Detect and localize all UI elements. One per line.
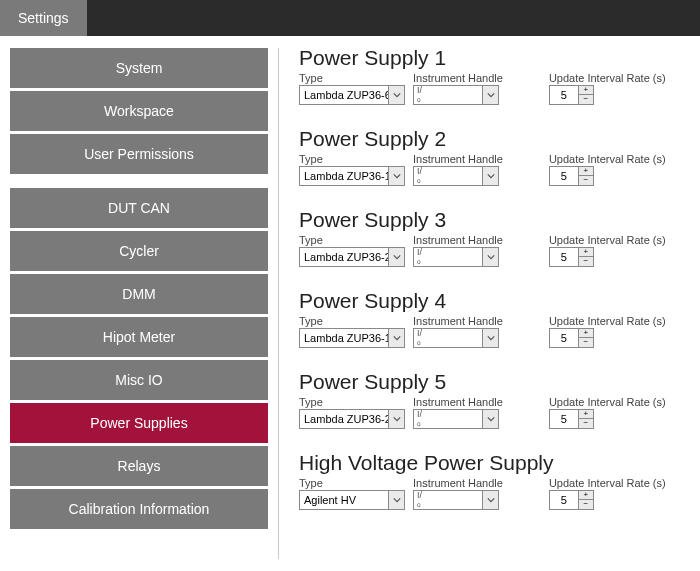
type-field: TypeLambda ZUP36-12 [299,153,405,186]
handle-label: Instrument Handle [413,153,503,165]
sidebar-item-hipot-meter[interactable]: Hipot Meter [10,317,268,357]
type-value: Lambda ZUP36-24 [300,251,388,263]
chevron-down-icon[interactable] [388,86,404,104]
handle-field: Instrument HandleI/₀ [413,396,503,429]
handle-field: Instrument HandleI/₀ [413,234,503,267]
top-bar: Settings [0,0,700,36]
content-area: Power Supply 1TypeLambda ZUP36-6Instrume… [279,36,700,571]
handle-field: Instrument HandleI/₀ [413,72,503,105]
handle-field: Instrument HandleI/₀ [413,315,503,348]
type-dropdown[interactable]: Lambda ZUP36-24 [299,409,405,429]
io-icon: I/₀ [414,491,424,509]
type-dropdown[interactable]: Lambda ZUP36-12 [299,328,405,348]
rate-spinner[interactable]: 5+− [549,409,594,429]
chevron-down-icon[interactable] [482,86,498,104]
chevron-down-icon[interactable] [388,167,404,185]
rate-spinner[interactable]: 5+− [549,328,594,348]
handle-dropdown[interactable]: I/₀ [413,490,499,510]
field-row: TypeLambda ZUP36-12Instrument HandleI/₀U… [299,153,688,186]
rate-value: 5 [550,410,578,428]
handle-dropdown[interactable]: I/₀ [413,409,499,429]
decrement-button[interactable]: − [579,95,593,104]
handle-dropdown[interactable]: I/₀ [413,247,499,267]
chevron-down-icon[interactable] [388,248,404,266]
section-power-supply-1: Power Supply 1TypeLambda ZUP36-6Instrume… [299,46,688,105]
tab-settings-label: Settings [18,10,69,26]
type-dropdown[interactable]: Lambda ZUP36-12 [299,166,405,186]
sidebar-item-label: Power Supplies [90,415,187,431]
handle-dropdown[interactable]: I/₀ [413,166,499,186]
type-dropdown[interactable]: Lambda ZUP36-6 [299,85,405,105]
rate-field: Update Interval Rate (s)5+− [549,153,666,186]
type-value: Lambda ZUP36-24 [300,413,388,425]
chevron-down-icon[interactable] [482,248,498,266]
rate-field: Update Interval Rate (s)5+− [549,234,666,267]
sidebar-item-label: Cycler [119,243,159,259]
type-dropdown[interactable]: Lambda ZUP36-24 [299,247,405,267]
sidebar-item-dut-can[interactable]: DUT CAN [10,188,268,228]
rate-field: Update Interval Rate (s)5+− [549,72,666,105]
rate-value: 5 [550,329,578,347]
sidebar-item-workspace[interactable]: Workspace [10,91,268,131]
chevron-down-icon[interactable] [482,167,498,185]
decrement-button[interactable]: − [579,176,593,185]
rate-spinner[interactable]: 5+− [549,85,594,105]
rate-label: Update Interval Rate (s) [549,234,666,246]
rate-field: Update Interval Rate (s)5+− [549,396,666,429]
decrement-button[interactable]: − [579,338,593,347]
section-power-supply-4: Power Supply 4TypeLambda ZUP36-12Instrum… [299,289,688,348]
section-title: Power Supply 5 [299,370,688,394]
sidebar-item-label: Workspace [104,103,174,119]
decrement-button[interactable]: − [579,500,593,509]
decrement-button[interactable]: − [579,257,593,266]
tab-settings[interactable]: Settings [0,0,87,36]
type-label: Type [299,72,405,84]
rate-spinner[interactable]: 5+− [549,166,594,186]
rate-label: Update Interval Rate (s) [549,315,666,327]
io-icon: I/₀ [414,248,424,266]
sidebar-item-calibration-information[interactable]: Calibration Information [10,489,268,529]
rate-value: 5 [550,86,578,104]
type-value: Agilent HV [300,494,388,506]
sidebar-item-label: Hipot Meter [103,329,175,345]
sidebar-item-dmm[interactable]: DMM [10,274,268,314]
field-row: TypeLambda ZUP36-12Instrument HandleI/₀U… [299,315,688,348]
rate-value: 5 [550,248,578,266]
type-field: TypeLambda ZUP36-24 [299,234,405,267]
io-icon: I/₀ [414,410,424,428]
chevron-down-icon[interactable] [482,491,498,509]
sidebar-item-cycler[interactable]: Cycler [10,231,268,271]
rate-spinner[interactable]: 5+− [549,490,594,510]
sidebar-item-label: User Permissions [84,146,194,162]
sidebar-item-label: DUT CAN [108,200,170,216]
rate-field: Update Interval Rate (s)5+− [549,315,666,348]
sidebar-item-misc-io[interactable]: Misc IO [10,360,268,400]
type-field: TypeAgilent HV [299,477,405,510]
sidebar-item-user-permissions[interactable]: User Permissions [10,134,268,174]
decrement-button[interactable]: − [579,419,593,428]
rate-value: 5 [550,491,578,509]
field-row: TypeLambda ZUP36-24Instrument HandleI/₀U… [299,396,688,429]
rate-spinner[interactable]: 5+− [549,247,594,267]
chevron-down-icon[interactable] [482,410,498,428]
io-icon: I/₀ [414,167,424,185]
handle-label: Instrument Handle [413,477,503,489]
sidebar-item-label: DMM [122,286,155,302]
chevron-down-icon[interactable] [482,329,498,347]
handle-dropdown[interactable]: I/₀ [413,85,499,105]
section-power-supply-2: Power Supply 2TypeLambda ZUP36-12Instrum… [299,127,688,186]
type-field: TypeLambda ZUP36-24 [299,396,405,429]
sidebar-item-power-supplies[interactable]: Power Supplies [10,403,268,443]
sidebar-item-relays[interactable]: Relays [10,446,268,486]
io-icon: I/₀ [414,329,424,347]
sidebar-item-system[interactable]: System [10,48,268,88]
chevron-down-icon[interactable] [388,491,404,509]
type-value: Lambda ZUP36-12 [300,170,388,182]
handle-dropdown[interactable]: I/₀ [413,328,499,348]
sidebar-item-label: Misc IO [115,372,162,388]
type-value: Lambda ZUP36-12 [300,332,388,344]
handle-field: Instrument HandleI/₀ [413,153,503,186]
chevron-down-icon[interactable] [388,329,404,347]
chevron-down-icon[interactable] [388,410,404,428]
type-dropdown[interactable]: Agilent HV [299,490,405,510]
